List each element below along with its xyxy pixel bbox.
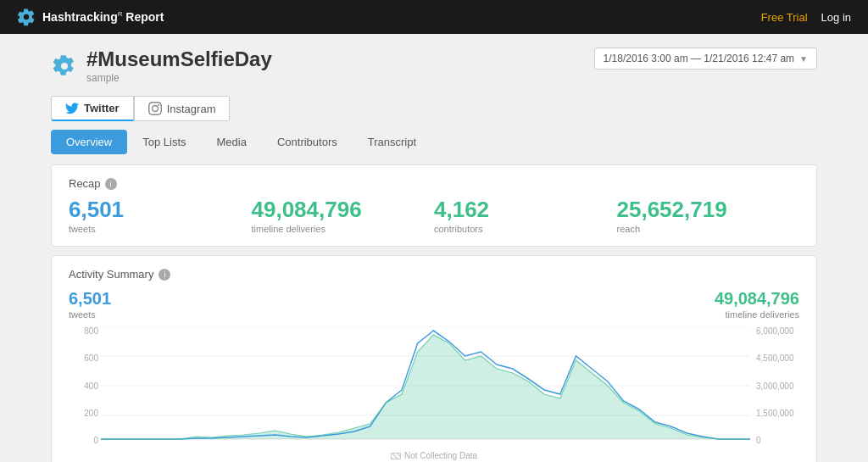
activity-info-icon[interactable]: i bbox=[159, 269, 170, 281]
reach-label: reach bbox=[617, 224, 800, 234]
deliveries-label: timeline deliveries bbox=[252, 224, 435, 234]
tab-twitter[interactable]: Twitter bbox=[51, 96, 134, 121]
tab-top-lists[interactable]: Top Lists bbox=[127, 130, 201, 154]
activity-stat-tweets: 6,501 tweets bbox=[69, 289, 111, 320]
y-left-200: 200 bbox=[84, 409, 98, 418]
deliveries-number: 49,084,796 bbox=[252, 197, 435, 223]
activity-stats-row: 6,501 tweets 49,084,796 timeline deliver… bbox=[69, 289, 799, 320]
reach-number: 25,652,719 bbox=[617, 197, 800, 223]
tab-transcript[interactable]: Transcript bbox=[353, 130, 431, 154]
activity-deliveries-label: timeline deliveries bbox=[715, 309, 799, 320]
free-trial-link[interactable]: Free Trial bbox=[761, 11, 808, 24]
hashtag-header: #MuseumSelfieDay sample 1/18/2016 3:00 a… bbox=[51, 47, 817, 84]
date-range-text: 1/18/2016 3:00 am — 1/21/2016 12:47 am bbox=[604, 53, 795, 64]
not-collecting-text: Not Collecting Data bbox=[404, 451, 477, 460]
y-right-1-5m: 1,500,000 bbox=[756, 409, 794, 418]
recap-label: Recap bbox=[69, 177, 101, 190]
logo-text: HashtrackingR Report bbox=[42, 10, 164, 24]
y-right-6m: 6,000,000 bbox=[756, 326, 794, 336]
instagram-tab-label: Instagram bbox=[167, 103, 216, 115]
activity-deliveries-number: 49,084,796 bbox=[715, 289, 799, 309]
activity-header: Activity Summary i bbox=[69, 268, 799, 281]
login-link[interactable]: Log in bbox=[821, 11, 851, 24]
twitter-tab-label: Twitter bbox=[84, 102, 120, 114]
tab-media[interactable]: Media bbox=[202, 130, 262, 154]
activity-stat-deliveries: 49,084,796 timeline deliveries bbox=[715, 289, 799, 320]
y-right-0: 0 bbox=[756, 436, 761, 445]
recap-stats: 6,501 tweets 49,084,796 timeline deliver… bbox=[69, 197, 799, 234]
not-collecting-label: Not Collecting Data bbox=[391, 451, 477, 460]
recap-card: Recap i 6,501 tweets 49,084,796 timeline… bbox=[51, 164, 817, 247]
y-left-0: 0 bbox=[93, 436, 98, 445]
top-navigation: HashtrackingR Report Free Trial Log in bbox=[0, 0, 868, 34]
activity-tweets-number: 6,501 bbox=[69, 289, 111, 309]
tweets-label: tweets bbox=[69, 224, 252, 234]
stat-tweets: 6,501 tweets bbox=[69, 197, 252, 234]
contributors-label: contributors bbox=[434, 224, 617, 234]
recap-header: Recap i bbox=[69, 177, 799, 190]
activity-chart bbox=[101, 326, 750, 445]
stat-deliveries: 49,084,796 timeline deliveries bbox=[252, 197, 435, 234]
gear-icon bbox=[17, 8, 36, 26]
activity-label: Activity Summary bbox=[69, 268, 153, 281]
chart-wrapper bbox=[101, 326, 750, 445]
instagram-icon bbox=[148, 102, 162, 115]
activity-tweets-label: tweets bbox=[69, 309, 111, 320]
logo: HashtrackingR Report bbox=[17, 8, 164, 26]
y-axis-left: 800 600 400 200 0 bbox=[69, 326, 98, 445]
y-axis-right: 6,000,000 4,500,000 3,000,000 1,500,000 … bbox=[753, 326, 799, 445]
tweets-number: 6,501 bbox=[69, 197, 252, 223]
dropdown-arrow-icon: ▼ bbox=[799, 54, 808, 64]
tab-contributors[interactable]: Contributors bbox=[262, 130, 353, 154]
date-range-selector[interactable]: 1/18/2016 3:00 am — 1/21/2016 12:47 am ▼ bbox=[594, 47, 817, 70]
activity-card: Activity Summary i 6,501 tweets 49,084,7… bbox=[51, 255, 817, 462]
contributors-number: 4,162 bbox=[434, 197, 617, 223]
y-right-4-5m: 4,500,000 bbox=[756, 353, 794, 363]
y-right-3m: 3,000,000 bbox=[756, 381, 794, 391]
not-collecting-box bbox=[391, 453, 401, 459]
platform-tabs: Twitter Instagram bbox=[51, 96, 817, 121]
tab-overview[interactable]: Overview bbox=[51, 130, 127, 154]
y-left-600: 600 bbox=[84, 353, 98, 363]
nav-right: Free Trial Log in bbox=[761, 11, 851, 24]
stat-reach: 25,652,719 reach bbox=[617, 197, 800, 234]
hashtag-gear-icon bbox=[51, 53, 78, 80]
main-content: #MuseumSelfieDay sample 1/18/2016 3:00 a… bbox=[0, 34, 868, 462]
hashtag-title-block: #MuseumSelfieDay sample bbox=[86, 47, 272, 84]
svg-marker-5 bbox=[101, 335, 750, 439]
hashtag-subtitle: sample bbox=[86, 72, 272, 84]
chart-area: 800 600 400 200 0 bbox=[69, 326, 799, 462]
section-tabs: Overview Top Lists Media Contributors Tr… bbox=[51, 130, 817, 154]
hashtag-title: #MuseumSelfieDay bbox=[86, 47, 272, 71]
recap-info-icon[interactable]: i bbox=[105, 178, 117, 190]
twitter-icon bbox=[65, 103, 79, 114]
y-left-800: 800 bbox=[84, 326, 98, 336]
stat-contributors: 4,162 contributors bbox=[434, 197, 617, 234]
y-left-400: 400 bbox=[84, 381, 98, 391]
hashtag-left: #MuseumSelfieDay sample bbox=[51, 47, 272, 84]
tab-instagram[interactable]: Instagram bbox=[134, 96, 231, 121]
